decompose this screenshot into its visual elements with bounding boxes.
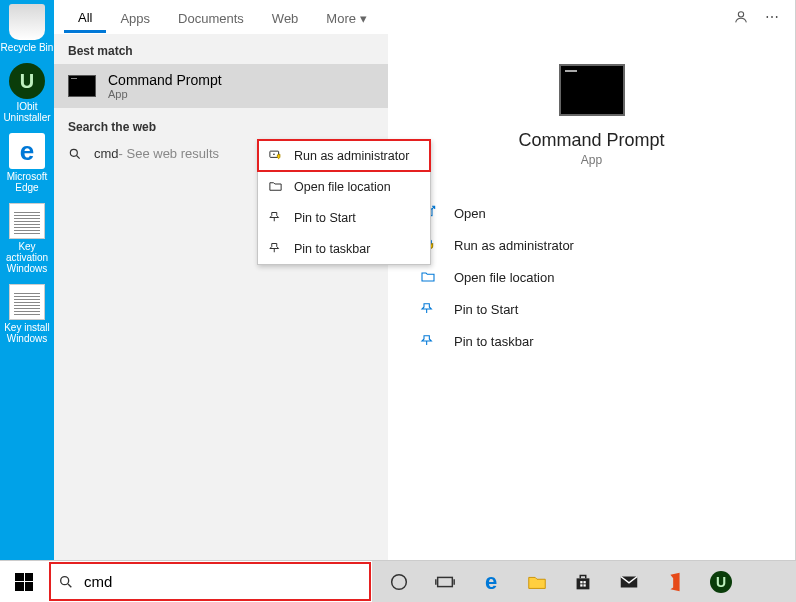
detail-title: Command Prompt bbox=[518, 130, 664, 151]
mail-icon bbox=[618, 571, 640, 593]
command-prompt-large-icon bbox=[559, 64, 625, 116]
tab-documents[interactable]: Documents bbox=[164, 3, 258, 31]
office-icon bbox=[664, 571, 686, 593]
context-menu: Run as administrator Open file location … bbox=[257, 139, 431, 265]
desktop-label: Key activation Windows bbox=[0, 241, 54, 274]
desktop-label: Microsoft Edge bbox=[0, 171, 54, 193]
taskbar: e U bbox=[0, 560, 796, 602]
pin-taskbar-icon bbox=[268, 241, 286, 256]
taskbar-search[interactable] bbox=[48, 561, 372, 602]
action-label: Run as administrator bbox=[454, 238, 574, 253]
tab-all[interactable]: All bbox=[64, 2, 106, 33]
desktop-icon-doc1[interactable]: Key activation Windows bbox=[0, 203, 54, 274]
search-icon bbox=[58, 574, 74, 590]
store-icon bbox=[572, 571, 594, 593]
action-pin-to-start[interactable]: Pin to Start bbox=[388, 293, 795, 325]
result-name: Command Prompt bbox=[108, 72, 222, 88]
results-column: Best match Command Prompt App Search the… bbox=[54, 34, 388, 560]
svg-rect-7 bbox=[438, 577, 453, 586]
best-match-result[interactable]: Command Prompt App bbox=[54, 64, 388, 108]
edge-icon: e bbox=[480, 571, 502, 593]
desktop-label: IObit Uninstaller bbox=[0, 101, 54, 123]
ctx-label: Open file location bbox=[294, 180, 391, 194]
desktop-label: Recycle Bin bbox=[1, 42, 54, 53]
detail-column: Command Prompt App Open Run as administr… bbox=[388, 34, 795, 560]
ctx-run-as-admin[interactable]: Run as administrator bbox=[258, 140, 430, 171]
action-open[interactable]: Open bbox=[388, 197, 795, 229]
explorer-icon bbox=[526, 571, 548, 593]
iobit-button[interactable]: U bbox=[700, 561, 742, 603]
svg-point-6 bbox=[392, 574, 407, 589]
web-suffix: - See web results bbox=[119, 146, 219, 161]
svg-point-1 bbox=[70, 149, 77, 156]
ctx-pin-to-start[interactable]: Pin to Start bbox=[258, 202, 430, 233]
edge-icon: e bbox=[9, 133, 45, 169]
start-button[interactable] bbox=[0, 561, 48, 602]
store-button[interactable] bbox=[562, 561, 604, 603]
recycle-bin-icon bbox=[9, 4, 45, 40]
action-label: Open file location bbox=[454, 270, 554, 285]
windows-logo-icon bbox=[15, 573, 33, 591]
command-prompt-icon bbox=[68, 75, 96, 97]
action-label: Pin to taskbar bbox=[454, 334, 534, 349]
folder-icon bbox=[420, 269, 440, 285]
search-icon bbox=[68, 147, 84, 161]
iobit-icon: U bbox=[710, 571, 732, 593]
cortana-icon bbox=[388, 571, 410, 593]
ctx-pin-to-taskbar[interactable]: Pin to taskbar bbox=[258, 233, 430, 264]
pin-taskbar-icon bbox=[420, 333, 440, 349]
result-type: App bbox=[108, 88, 222, 100]
action-pin-to-taskbar[interactable]: Pin to taskbar bbox=[388, 325, 795, 357]
shield-run-icon bbox=[268, 148, 286, 163]
tab-more[interactable]: More ▾ bbox=[312, 3, 380, 31]
ctx-label: Run as administrator bbox=[294, 149, 409, 163]
document-icon bbox=[9, 203, 45, 239]
folder-icon bbox=[268, 179, 286, 194]
desktop-label: Key install Windows bbox=[0, 322, 54, 344]
desktop-icon-edge[interactable]: e Microsoft Edge bbox=[0, 133, 54, 193]
tab-web[interactable]: Web bbox=[258, 3, 313, 31]
edge-button[interactable]: e bbox=[470, 561, 512, 603]
ctx-label: Pin to taskbar bbox=[294, 242, 370, 256]
best-match-label: Best match bbox=[54, 34, 388, 64]
action-label: Open bbox=[454, 206, 486, 221]
search-input[interactable] bbox=[84, 573, 362, 590]
mail-button[interactable] bbox=[608, 561, 650, 603]
svg-rect-10 bbox=[580, 584, 582, 586]
svg-point-0 bbox=[738, 12, 743, 17]
action-label: Pin to Start bbox=[454, 302, 518, 317]
pin-icon bbox=[420, 301, 440, 317]
cortana-button[interactable] bbox=[378, 561, 420, 603]
explorer-button[interactable] bbox=[516, 561, 558, 603]
svg-point-5 bbox=[61, 576, 69, 584]
ctx-open-file-location[interactable]: Open file location bbox=[258, 171, 430, 202]
office-button[interactable] bbox=[654, 561, 696, 603]
action-open-file-location[interactable]: Open file location bbox=[388, 261, 795, 293]
svg-rect-9 bbox=[583, 581, 585, 583]
action-run-as-admin[interactable]: Run as administrator bbox=[388, 229, 795, 261]
detail-subtitle: App bbox=[581, 153, 602, 167]
desktop-icon-doc2[interactable]: Key install Windows bbox=[0, 284, 54, 344]
ctx-label: Pin to Start bbox=[294, 211, 356, 225]
pin-icon bbox=[268, 210, 286, 225]
more-options-icon[interactable]: ⋯ bbox=[759, 9, 785, 25]
search-tabs: All Apps Documents Web More ▾ ⋯ bbox=[54, 0, 795, 34]
search-web-label: Search the web bbox=[54, 108, 388, 140]
document-icon bbox=[9, 284, 45, 320]
desktop-strip: Recycle Bin U IObit Uninstaller e Micros… bbox=[0, 0, 54, 602]
taskview-button[interactable] bbox=[424, 561, 466, 603]
user-account-icon[interactable] bbox=[733, 9, 759, 25]
taskview-icon bbox=[434, 571, 456, 593]
tab-apps[interactable]: Apps bbox=[106, 3, 164, 31]
svg-rect-11 bbox=[583, 584, 585, 586]
web-query: cmd bbox=[94, 146, 119, 161]
search-panel: All Apps Documents Web More ▾ ⋯ Best mat… bbox=[54, 0, 796, 560]
iobit-icon: U bbox=[9, 63, 45, 99]
desktop-icon-recycle[interactable]: Recycle Bin bbox=[0, 4, 54, 53]
svg-rect-8 bbox=[580, 581, 582, 583]
chevron-down-icon: ▾ bbox=[360, 11, 367, 26]
desktop-icon-iobit[interactable]: U IObit Uninstaller bbox=[0, 63, 54, 123]
taskbar-buttons: e U bbox=[372, 561, 796, 602]
